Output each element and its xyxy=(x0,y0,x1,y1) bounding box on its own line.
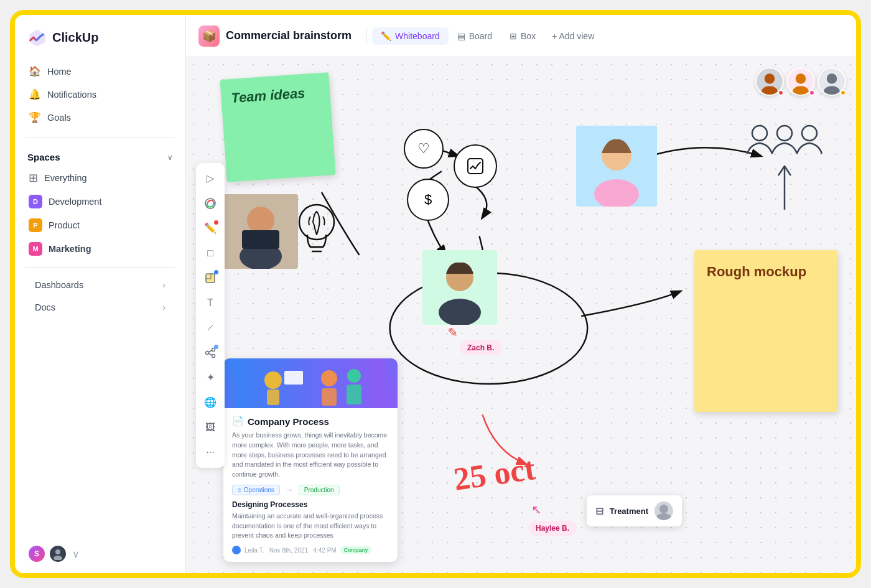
treatment-task-icon: ⊟ xyxy=(595,505,603,517)
tool-palette[interactable] xyxy=(200,193,221,214)
sidebar-item-marketing[interactable]: M Marketing xyxy=(22,237,178,261)
app-name: ClickUp xyxy=(52,30,98,45)
doc-author-avatar xyxy=(232,546,241,554)
sidebar-nav: 🏠 Home 🔔 Notifications 🏆 Goals xyxy=(15,57,185,131)
tool-connector[interactable]: ⟋ xyxy=(200,317,221,338)
whiteboard-toolbar: ▷ ✏️ □ T ⟋ xyxy=(196,163,225,468)
tool-pen[interactable]: ✏️ xyxy=(200,218,221,239)
header: 📦 Commercial brainstorm ✏️ Whiteboard ▤ … xyxy=(186,15,856,57)
wb-user-1-dot xyxy=(778,90,784,96)
tool-globe[interactable]: 🌐 xyxy=(200,392,221,413)
document-card[interactable]: 📄 Company Process As your business grows… xyxy=(223,358,398,562)
wb-user-3-dot xyxy=(840,90,846,96)
sidebar-item-dashboards[interactable]: Dashboards › xyxy=(22,274,178,296)
svg-point-31 xyxy=(777,126,792,141)
main-content: 📦 Commercial brainstorm ✏️ Whiteboard ▤ … xyxy=(186,15,856,573)
sidebar-item-product[interactable]: P Product xyxy=(22,213,178,237)
svg-rect-40 xyxy=(322,388,337,406)
project-icon: 📦 xyxy=(198,26,220,47)
svg-point-30 xyxy=(752,126,767,141)
sidebar-item-goals[interactable]: 🏆 Goals xyxy=(22,106,178,129)
pencil-icon: ✏ xyxy=(444,324,462,342)
doc-card-meta: Leila T. Nov 8th, 2021 4:42 PM xyxy=(245,547,337,554)
logo: ClickUp xyxy=(15,15,185,57)
svg-point-32 xyxy=(802,126,817,141)
sidebar-item-docs[interactable]: Docs › xyxy=(22,296,178,319)
clickup-logo-icon xyxy=(27,27,47,47)
tab-board[interactable]: ▤ Board xyxy=(449,27,501,45)
user-avatar-group[interactable]: S ∨ xyxy=(27,544,80,563)
tool-ai[interactable]: ✦ xyxy=(200,367,221,388)
bubble-heart: ♡ xyxy=(404,129,444,169)
svg-point-10 xyxy=(765,73,775,83)
add-view-label: + Add view xyxy=(552,31,594,41)
sidebar-item-product-label: Product xyxy=(49,220,80,230)
svg-point-13 xyxy=(793,86,809,96)
tool-share[interactable] xyxy=(200,342,221,363)
svg-rect-38 xyxy=(284,371,303,385)
doc-tag-arrow: → xyxy=(285,485,294,495)
box-tab-icon: ⊞ xyxy=(510,31,517,41)
doc-tag-production: Production xyxy=(299,485,340,495)
svg-rect-37 xyxy=(267,390,279,405)
doc-card-image xyxy=(223,358,398,408)
wb-user-2-dot xyxy=(809,90,815,96)
cursor-icon: ↖ xyxy=(531,502,542,517)
tool-shape[interactable]: □ xyxy=(200,243,221,264)
tool-select[interactable]: ▷ xyxy=(200,168,221,189)
tab-box[interactable]: ⊞ Box xyxy=(501,27,544,45)
whiteboard-canvas[interactable]: ▷ ✏️ □ T ⟋ xyxy=(186,57,856,573)
divider-2 xyxy=(25,267,175,268)
tab-whiteboard[interactable]: ✏️ Whiteboard xyxy=(372,27,449,45)
svg-point-43 xyxy=(659,505,668,513)
treatment-task-card[interactable]: ⊟ Treatment xyxy=(587,495,682,526)
wb-user-3 xyxy=(817,67,846,96)
avatar-s: S xyxy=(27,544,46,563)
photo-person-3 xyxy=(422,250,497,325)
add-view-button[interactable]: + Add view xyxy=(544,27,602,45)
sidebar-item-development-label: Development xyxy=(49,197,101,207)
doc-card-tags: ≡ Operations → Production xyxy=(232,485,389,495)
whiteboard-tab-icon: ✏️ xyxy=(381,31,391,41)
tool-more[interactable]: ··· xyxy=(200,442,221,463)
sidebar-item-everything[interactable]: ⊞ Everything xyxy=(22,166,178,190)
sidebar-item-docs-label: Docs xyxy=(35,302,55,312)
doc-card-footer: Leila T. Nov 8th, 2021 4:42 PM Company xyxy=(232,546,389,554)
doc-card-section: Designing Processes xyxy=(232,500,389,509)
wb-user-2 xyxy=(786,67,815,96)
board-tab-label: Board xyxy=(469,31,492,41)
svg-point-1 xyxy=(55,549,60,554)
tool-image[interactable]: 🖼 xyxy=(200,417,221,438)
sticky-note-green[interactable]: Team ideas xyxy=(220,72,335,182)
sidebar-item-home[interactable]: 🏠 Home xyxy=(22,60,178,83)
sticky-note-yellow[interactable]: Rough mockup xyxy=(694,250,837,412)
sidebar-item-notifications-label: Notifications xyxy=(47,90,96,100)
badge-haylee: Haylee B. xyxy=(528,521,577,536)
sidebar-item-notifications[interactable]: 🔔 Notifications xyxy=(22,83,178,106)
svg-point-29 xyxy=(439,299,481,325)
svg-rect-4 xyxy=(206,274,215,282)
svg-line-8 xyxy=(209,350,212,352)
svg-point-7 xyxy=(212,354,215,357)
svg-point-11 xyxy=(762,86,778,96)
tool-sticky[interactable] xyxy=(200,268,221,289)
doc-tag-operations: ≡ Operations xyxy=(232,485,280,495)
treatment-task-label: Treatment xyxy=(610,506,648,516)
trophy-icon: 🏆 xyxy=(29,111,41,123)
svg-point-12 xyxy=(796,73,806,83)
header-divider xyxy=(366,27,367,45)
sidebar-item-development[interactable]: D Development xyxy=(22,190,178,213)
svg-point-6 xyxy=(206,351,209,354)
treatment-task-avatar xyxy=(654,502,673,520)
badge-zach: Zach B. xyxy=(460,340,501,355)
bubble-dollar: $ xyxy=(407,179,449,221)
everything-icon: ⊞ xyxy=(29,171,38,185)
tool-text[interactable]: T xyxy=(200,292,221,314)
home-icon: 🏠 xyxy=(29,65,41,77)
svg-rect-19 xyxy=(242,230,279,249)
doc-card-text: As your business grows, things will inev… xyxy=(232,431,389,480)
svg-point-36 xyxy=(264,371,282,389)
project-title: Commercial brainstorm xyxy=(226,29,352,42)
sticky-green-text: Team ideas xyxy=(231,85,305,106)
project-info: 📦 Commercial brainstorm xyxy=(198,26,361,47)
